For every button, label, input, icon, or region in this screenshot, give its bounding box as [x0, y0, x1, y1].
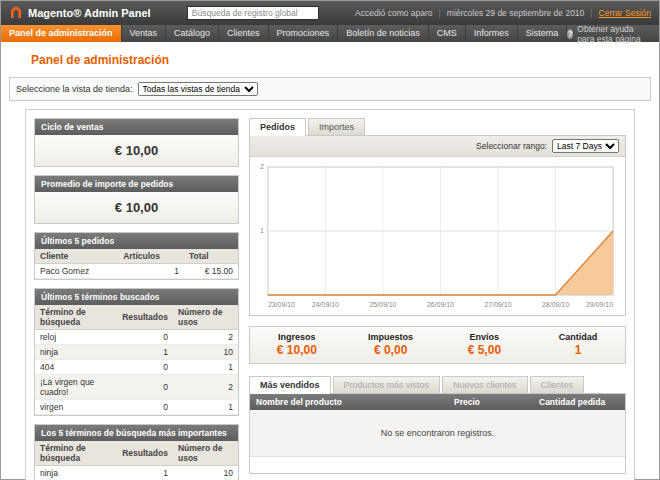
svg-text:29/09/10: 29/09/10 — [586, 301, 613, 308]
column-header: Resultados — [117, 441, 173, 466]
dashboard-panel: Ciclo de ventas € 10,00 Promedio de impo… — [25, 109, 635, 480]
table-cell: 1 — [118, 264, 184, 279]
separator: | — [590, 8, 592, 18]
tab-amounts[interactable]: Importes — [308, 118, 365, 135]
table-cell: Paco Gomez — [35, 264, 118, 279]
column-header: Número de usos — [173, 441, 238, 466]
table-cell: 1 — [173, 400, 238, 415]
column-header: Nombre del producto — [250, 394, 448, 410]
range-label: Seleccionar rango: — [476, 141, 547, 151]
table-row[interactable]: 40401 — [35, 360, 238, 375]
stat-label: Cantidad — [531, 332, 625, 342]
top-header: Magento® Admin Panel Accedió como aparo … — [1, 1, 659, 25]
chart-toolbar: Seleccionar rango: Last 7 Days — [250, 136, 625, 157]
stat-value: € 0,00 — [344, 343, 438, 357]
content-area: Panel de administración Seleccione la vi… — [1, 42, 659, 480]
nav-item-newsletter[interactable]: Boletín de noticias — [338, 25, 429, 42]
svg-text:26/09/10: 26/09/10 — [427, 301, 454, 308]
stat-value: 1 — [531, 343, 625, 357]
table-cell: ¡La virgen que cuadro! — [35, 375, 117, 400]
stat-label: Envíos — [438, 332, 532, 342]
nav-item-system[interactable]: Sistema — [518, 25, 568, 42]
column-header: Precio — [448, 394, 533, 410]
stat-quantity: Cantidad 1 — [531, 332, 625, 357]
chart-tabs: Pedidos Importes — [249, 118, 626, 135]
tab-customers[interactable]: Clientes — [530, 376, 585, 393]
panel-title: Ciclo de ventas — [35, 119, 238, 135]
table-cell: 0 — [117, 400, 173, 415]
logout-link[interactable]: Cerrar Sesión — [599, 8, 651, 18]
column-header: Total — [184, 249, 238, 264]
svg-text:24/09/10: 24/09/10 — [312, 301, 339, 308]
bestsellers-table: Nombre del productoPrecioCantidad pedida — [250, 394, 625, 410]
bestsellers-box: Nombre del productoPrecioCantidad pedida… — [249, 393, 626, 474]
magento-logo-icon — [9, 5, 23, 21]
help-icon: ? — [567, 29, 573, 39]
panel-title: Últimos 5 términos buscados — [35, 289, 238, 305]
store-view-select[interactable]: Todas las vistas de tienda — [138, 82, 258, 96]
session-info: Accedió como aparo | miércoles 29 de sep… — [355, 8, 651, 18]
column-header: Cantidad pedida — [533, 394, 625, 410]
last-search-terms-table: Término de búsquedaResultadosNúmero de u… — [35, 305, 238, 415]
global-search-input[interactable] — [187, 6, 319, 20]
lifetime-sales-value: € 10,00 — [35, 135, 238, 166]
average-orders-panel: Promedio de importe de pedidos € 10,00 — [34, 175, 239, 224]
table-cell: reloj — [35, 330, 117, 345]
nav-item-dashboard[interactable]: Panel de administración — [1, 25, 122, 42]
nav-item-cms[interactable]: CMS — [429, 25, 466, 42]
tab-orders[interactable]: Pedidos — [249, 118, 306, 136]
column-header: Término de búsqueda — [35, 305, 117, 330]
svg-text:23/09/10: 23/09/10 — [268, 301, 295, 308]
table-row[interactable]: ¡La virgen que cuadro!02 — [35, 375, 238, 400]
nav-item-catalog[interactable]: Catálogo — [166, 25, 219, 42]
logged-in-as: Accedió como aparo — [355, 8, 433, 18]
top-search-terms-panel: Los 5 términos de búsqueda más important… — [34, 424, 239, 480]
svg-text:1: 1 — [260, 227, 264, 234]
main-nav: Panel de administración Ventas Catálogo … — [1, 25, 659, 42]
current-date: miércoles 29 de septiembre de 2010 — [447, 8, 585, 18]
nav-item-promotions[interactable]: Promociones — [269, 25, 339, 42]
empty-records-message: No se encontraron registros. — [250, 410, 625, 457]
orders-chart-box: Seleccionar rango: Last 7 Days 1223/09/1… — [249, 135, 626, 316]
magento-admin-window: Magento® Admin Panel Accedió como aparo … — [0, 0, 660, 480]
table-row[interactable]: virgen01 — [35, 400, 238, 415]
svg-text:2: 2 — [260, 163, 264, 170]
table-cell: ninja — [35, 466, 117, 480]
right-column: Pedidos Importes Seleccionar rango: Last… — [249, 118, 626, 480]
column-header: Resultados — [117, 305, 173, 330]
store-view-label: Seleccione la vista de tienda: — [16, 84, 133, 94]
table-row[interactable]: ninja110 — [35, 466, 238, 480]
svg-text:25/09/10: 25/09/10 — [369, 301, 396, 308]
table-header-row: Término de búsquedaResultadosNúmero de u… — [35, 441, 238, 466]
table-row[interactable]: ninja110 — [35, 345, 238, 360]
table-cell: 404 — [35, 360, 117, 375]
panel-title: Promedio de importe de pedidos — [35, 176, 238, 192]
page-help-link[interactable]: ? Obtener ayuda para esta página — [567, 25, 659, 42]
nav-item-reports[interactable]: Informes — [466, 25, 518, 42]
range-select[interactable]: Last 7 Days — [552, 139, 619, 153]
table-cell: 0 — [117, 360, 173, 375]
table-cell: € 15.00 — [184, 264, 238, 279]
global-search — [187, 6, 319, 20]
table-cell: 1 — [117, 466, 173, 480]
stat-value: € 5,00 — [438, 343, 532, 357]
orders-chart: 1223/09/1024/09/1025/09/1026/09/1027/09/… — [250, 157, 625, 315]
tab-new-customers[interactable]: Nuevos clientes — [442, 376, 528, 393]
table-cell: 2 — [173, 330, 238, 345]
table-header-row: ClienteArtículosTotal — [35, 249, 238, 264]
nav-item-customers[interactable]: Clientes — [219, 25, 269, 42]
table-row[interactable]: Paco Gomez1€ 15.00 — [35, 264, 238, 279]
column-header: Término de búsqueda — [35, 441, 117, 466]
tab-bestsellers[interactable]: Más vendidos — [249, 376, 331, 394]
table-row[interactable]: reloj02 — [35, 330, 238, 345]
tab-most-viewed[interactable]: Productos más vistos — [333, 376, 441, 393]
table-cell: ninja — [35, 345, 117, 360]
svg-text:28/09/10: 28/09/10 — [542, 301, 569, 308]
brand[interactable]: Magento® Admin Panel — [9, 5, 151, 21]
table-cell: 2 — [173, 375, 238, 400]
nav-item-sales[interactable]: Ventas — [122, 25, 167, 42]
table-cell: 0 — [117, 375, 173, 400]
stat-revenue: Ingresos € 10,00 — [250, 332, 344, 357]
column-header: Número de usos — [173, 305, 238, 330]
separator: | — [439, 8, 441, 18]
